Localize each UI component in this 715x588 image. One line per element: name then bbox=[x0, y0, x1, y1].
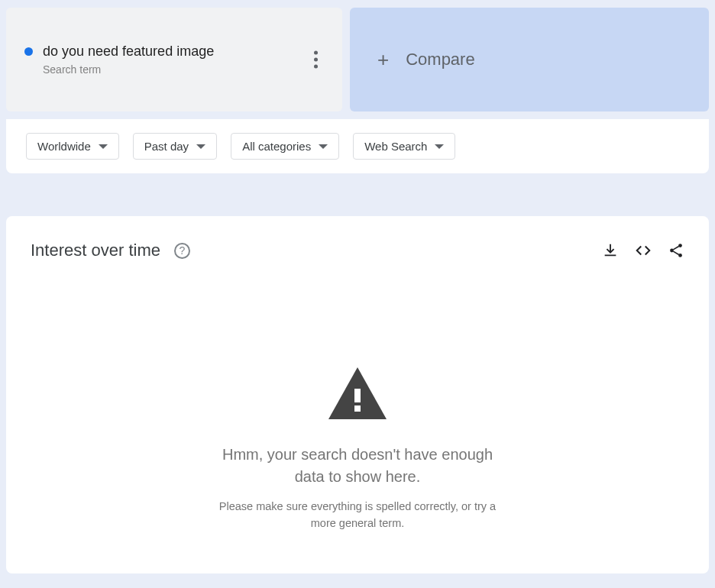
time-filter-label: Past day bbox=[144, 140, 189, 153]
empty-state-heading: Hmm, your search doesn't have enough dat… bbox=[220, 444, 495, 488]
svg-rect-3 bbox=[354, 389, 361, 402]
time-filter[interactable]: Past day bbox=[133, 133, 217, 160]
chevron-down-icon bbox=[319, 144, 328, 149]
empty-state-subtext: Please make sure everything is spelled c… bbox=[212, 499, 503, 532]
chevron-down-icon bbox=[99, 144, 108, 149]
category-filter[interactable]: All categories bbox=[231, 133, 339, 160]
category-filter-label: All categories bbox=[242, 140, 311, 153]
kebab-icon bbox=[314, 51, 318, 55]
kebab-icon bbox=[314, 58, 318, 62]
search-term-subtitle: Search term bbox=[43, 63, 214, 76]
search-term-title: do you need featured image bbox=[43, 44, 214, 60]
term-color-dot bbox=[24, 47, 33, 56]
help-icon[interactable]: ? bbox=[174, 243, 190, 259]
chevron-down-icon bbox=[435, 144, 444, 149]
kebab-icon bbox=[314, 65, 318, 69]
share-icon[interactable] bbox=[668, 242, 684, 259]
search-type-filter[interactable]: Web Search bbox=[353, 133, 455, 160]
interest-over-time-panel: Interest over time ? bbox=[6, 216, 709, 573]
download-icon[interactable] bbox=[602, 242, 619, 259]
chevron-down-icon bbox=[196, 144, 205, 149]
chart-title-group: Interest over time ? bbox=[31, 241, 190, 260]
svg-rect-4 bbox=[354, 405, 361, 412]
empty-state: Hmm, your search doesn't have enough dat… bbox=[31, 291, 684, 532]
filters-bar: Worldwide Past day All categories Web Se… bbox=[6, 119, 709, 173]
chart-header: Interest over time ? bbox=[31, 241, 684, 260]
term-text-group: do you need featured image Search term bbox=[43, 44, 214, 76]
chart-actions bbox=[602, 242, 684, 259]
search-term-card[interactable]: do you need featured image Search term bbox=[6, 8, 342, 111]
region-filter-label: Worldwide bbox=[37, 140, 91, 153]
embed-icon[interactable] bbox=[634, 242, 652, 259]
warning-icon bbox=[328, 367, 387, 422]
search-type-filter-label: Web Search bbox=[364, 140, 427, 153]
chart-title: Interest over time bbox=[31, 241, 160, 260]
term-menu-button[interactable] bbox=[308, 45, 324, 75]
plus-icon: + bbox=[377, 48, 389, 72]
region-filter[interactable]: Worldwide bbox=[26, 133, 119, 160]
compare-label: Compare bbox=[406, 50, 474, 69]
compare-card[interactable]: + Compare bbox=[350, 8, 709, 111]
